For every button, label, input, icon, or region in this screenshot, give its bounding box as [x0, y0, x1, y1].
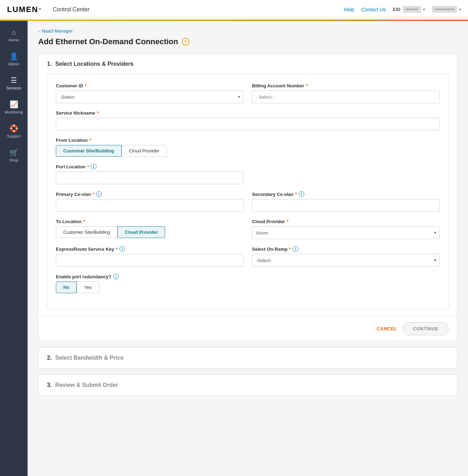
secondary-cevlan-input[interactable] [252, 199, 440, 212]
cancel-button[interactable]: CANCEL [377, 326, 397, 331]
customer-id-select[interactable]: -Select- [56, 91, 244, 103]
eid-section: EID •••••••• ▾ [393, 6, 425, 13]
home-icon: ⌂ [12, 28, 16, 36]
group-to-location: To Location * Customer Site/Building Clo… [56, 219, 244, 239]
monitoring-icon: 📈 [10, 100, 18, 109]
page-title: Add Ethernet On-Demand Connection ? [38, 37, 457, 46]
from-location-label: From Location * [56, 138, 440, 143]
group-expressroute: ExpressRoute Service Key * i [56, 246, 244, 267]
nav-right: Help Contact Us EID •••••••• ▾ •••••••••… [344, 6, 461, 13]
sidebar-item-support[interactable]: 🛟 Support [0, 119, 28, 143]
account-chevron-icon[interactable]: ▾ [459, 7, 461, 11]
to-cloud-provider-btn[interactable]: Cloud Provider [117, 226, 165, 238]
row-expressroute: ExpressRoute Service Key * i Select On-R… [56, 246, 440, 267]
support-icon: 🛟 [10, 124, 18, 133]
onramp-required: * [289, 246, 291, 252]
billing-account-input[interactable] [252, 91, 440, 103]
step1-number: 1. [47, 61, 52, 67]
from-location-toggle: Customer Site/Building Cloud Provider [56, 145, 440, 157]
admin-icon: 👤 [10, 52, 18, 60]
billing-required: * [306, 83, 308, 88]
group-port-redundancy: Enable port redundancy? i No Yes [56, 274, 440, 293]
redundancy-yes-btn[interactable]: Yes [77, 281, 99, 293]
breadcrumb-parent-link[interactable]: NaaS Manager [42, 28, 72, 34]
sidebar-label-services: Services [6, 86, 21, 90]
sidebar-item-home[interactable]: ⌂ Home [0, 23, 28, 47]
to-location-required: * [83, 219, 85, 224]
breadcrumb: ‹ NaaS Manager [38, 28, 457, 34]
cloud-provider-select-wrapper: Azure ▾ [252, 226, 440, 239]
expressroute-info-icon[interactable]: i [119, 246, 125, 252]
sidebar-label-support: Support [7, 134, 21, 138]
step3-card: 3. Review & Submit Order [38, 374, 457, 396]
redundancy-no-btn[interactable]: No [56, 281, 77, 293]
sidebar: ⌂ Home 👤 Admin ☰ Services 📈 Monitoring 🛟… [0, 20, 28, 476]
expressroute-label: ExpressRoute Service Key * i [56, 246, 244, 252]
sidebar-label-shop: Shop [9, 158, 18, 162]
step1-title: Select Locations & Providers [55, 61, 133, 67]
sidebar-item-shop[interactable]: 🛒 Shop [0, 143, 28, 167]
row-service-nickname: Service Nickname * [56, 110, 440, 130]
layout: ⌂ Home 👤 Admin ☰ Services 📈 Monitoring 🛟… [0, 20, 468, 476]
cloud-provider-select[interactable]: Azure [252, 226, 440, 239]
step2-title: Select Bandwidth & Price [55, 355, 123, 361]
sidebar-label-home: Home [8, 38, 19, 42]
sidebar-item-monitoring[interactable]: 📈 Monitoring [0, 95, 28, 119]
sidebar-item-services[interactable]: ☰ Services [0, 71, 28, 95]
customer-id-label: Customer ID * [56, 83, 244, 88]
from-customer-site-btn[interactable]: Customer Site/Building [56, 145, 122, 157]
secondary-cevlan-required: * [295, 192, 297, 197]
nickname-required: * [97, 110, 99, 116]
cloud-provider-label: Cloud Provider * [252, 219, 440, 224]
group-primary-cevlan: Primary Ce-vlan * i [56, 191, 244, 212]
secondary-cevlan-info-icon[interactable]: i [299, 191, 304, 197]
port-redundancy-toggle: No Yes [56, 281, 440, 293]
port-redundancy-label: Enable port redundancy? i [56, 274, 440, 279]
group-cloud-provider: Cloud Provider * Azure ▾ [252, 219, 440, 239]
step3-number: 3. [47, 382, 52, 388]
service-nickname-label: Service Nickname * [56, 110, 440, 116]
account-section: •••••••••••• ▾ [432, 6, 461, 13]
expressroute-required: * [116, 246, 118, 252]
step2-number: 2. [47, 355, 52, 361]
primary-cevlan-info-icon[interactable]: i [96, 191, 102, 197]
help-link[interactable]: Help [344, 7, 354, 12]
breadcrumb-arrow-icon: ‹ [38, 28, 40, 34]
billing-account-label: Billing Account Number * [252, 83, 440, 88]
step1-form: Customer ID * -Select- ▾ Billing Acco [47, 74, 449, 309]
to-location-toggle: Customer Site/Building Cloud Provider [56, 226, 244, 238]
page-help-icon[interactable]: ? [182, 38, 189, 46]
shop-icon: 🛒 [10, 148, 18, 157]
port-location-label: Port Location * i [56, 164, 244, 169]
group-port-location: Port Location * i [56, 164, 244, 184]
onramp-select[interactable]: -Select- [252, 254, 440, 267]
step1-card: 1. Select Locations & Providers Customer… [38, 53, 457, 341]
row-to-location: To Location * Customer Site/Building Clo… [56, 219, 440, 239]
cloud-provider-required: * [287, 219, 288, 224]
group-from-location: From Location * Customer Site/Building C… [56, 138, 440, 157]
port-location-input[interactable] [56, 172, 244, 184]
continue-button[interactable]: CONTINUE [403, 322, 449, 335]
to-location-label: To Location * [56, 219, 244, 224]
logo: LUMEN™ [7, 5, 42, 14]
step2-header: 2. Select Bandwidth & Price [39, 347, 457, 368]
service-nickname-input[interactable] [56, 118, 440, 130]
port-redundancy-info-icon[interactable]: i [113, 274, 119, 279]
sidebar-item-admin[interactable]: 👤 Admin [0, 47, 28, 71]
step3-header: 3. Review & Submit Order [39, 375, 457, 395]
onramp-info-icon[interactable]: i [293, 246, 298, 252]
primary-cevlan-input[interactable] [56, 199, 244, 212]
eid-chevron-icon[interactable]: ▾ [423, 7, 425, 11]
port-location-info-icon[interactable]: i [91, 164, 96, 169]
row-port-location: Port Location * i [56, 164, 440, 184]
row-cevlan: Primary Ce-vlan * i Secondary Ce-vlan * … [56, 191, 440, 212]
onramp-select-wrapper: -Select- ▾ [252, 254, 440, 267]
expressroute-input[interactable] [56, 254, 244, 267]
contact-us-link[interactable]: Contact Us [361, 7, 386, 12]
to-customer-site-btn[interactable]: Customer Site/Building [56, 226, 117, 238]
group-secondary-cevlan: Secondary Ce-vlan * i [252, 191, 440, 212]
top-nav: LUMEN™ Control Center Help Contact Us EI… [0, 0, 468, 20]
from-cloud-provider-btn[interactable]: Cloud Provider [122, 145, 167, 157]
group-billing-account: Billing Account Number * [252, 83, 440, 103]
sidebar-label-admin: Admin [8, 62, 19, 66]
